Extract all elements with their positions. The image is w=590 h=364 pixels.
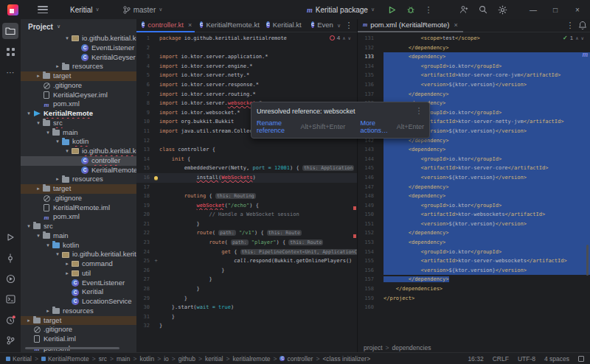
maximize-button[interactable]: □ [547,6,563,14]
tree-item[interactable]: ▸target [21,316,136,326]
close-button[interactable]: × [569,6,586,14]
breadcrumb-item[interactable]: project [364,344,383,351]
caret-position[interactable]: 16:32 [468,355,483,363]
error-stripe-mark[interactable] [353,234,356,238]
code-line[interactable]: 133 <dependency> [358,52,590,62]
tree-item[interactable]: Ccontroller [21,156,136,166]
tab-keritialremote-kt[interactable]: CKeritialRemote.kt [195,19,261,32]
chevron-expanded-icon[interactable]: ▾ [25,109,32,119]
stripe-problems-tool-button[interactable] [2,312,18,328]
indent-setting[interactable]: 4 spaces [544,355,569,363]
close-tab-icon[interactable]: × [454,21,457,29]
code-line[interactable]: 32} [136,321,357,331]
tree-item[interactable]: .gitignore [21,325,136,335]
tree-item[interactable]: mpom.xml [21,99,136,109]
code-line[interactable]: 136 <version>${ktor.version}</version> [358,80,590,90]
code-line[interactable]: 156 <version>${ktor.version}</version> [358,266,590,276]
code-line[interactable]: 158 </dependencies> [358,284,590,294]
tree-item[interactable]: CKeritialGeyser [21,53,136,63]
settings-button[interactable] [496,3,509,16]
code-line[interactable]: 132 </dependency> [358,43,590,53]
code-line[interactable]: 13class controller { [136,145,357,155]
code-line[interactable]: 31 } [136,312,357,322]
inspection-widget-left[interactable]: 4 ∧ ∨ [328,35,353,41]
more-tool-windows-button[interactable]: ⋯ [2,64,18,80]
chevron-collapsed-icon[interactable]: ▸ [54,175,61,184]
chevron-expanded-icon[interactable]: ▾ [54,137,61,147]
notifications-bell-icon[interactable] [578,21,587,30]
tree-item[interactable]: ▾kotlin [21,241,136,251]
run-button[interactable] [385,3,398,16]
chevron-collapsed-icon[interactable]: ▸ [25,316,32,326]
code-line[interactable]: 4import io.ktor.server.engine.* [136,62,357,71]
chevron-expanded-icon[interactable]: ▾ [25,222,32,231]
tab-options-button[interactable]: ⋮ [344,21,354,30]
chevron-collapsed-icon[interactable]: ▸ [35,184,42,194]
tree-item[interactable]: ▾src [21,119,136,128]
tree-item[interactable]: ▸command [21,259,136,269]
breadcrumb-item[interactable]: dependencies [392,344,431,351]
kotlin-editor[interactable]: 4 ∧ ∨ 1package io.github.keritial.keriti… [136,32,357,352]
more-actions-link[interactable]: More actions… [360,119,392,134]
code-line[interactable]: 5import io.ktor.server.netty.* [136,71,357,80]
tree-item[interactable]: ▾main [21,128,136,138]
tab-controller-kt[interactable]: Ccontroller.kt× [136,19,195,32]
line-separator[interactable]: CRLF [493,355,509,363]
chevron-expanded-icon[interactable]: ▾ [44,128,52,138]
tree-item[interactable]: CEventListener [21,279,136,288]
breadcrumb-item[interactable]: KeritialRemote [41,355,89,363]
structure-tool-button[interactable] [2,43,18,60]
code-line[interactable]: 151 <version>${ktor.version}</version> [358,220,590,229]
code-line[interactable]: 131 <scope>test</scope> [358,34,590,43]
tree-item[interactable]: ▸resources [21,62,136,71]
breadcrumb-item[interactable]: Ccontroller [280,355,313,363]
tree-item[interactable]: ▾io.github.keritial.keritial [21,250,136,259]
code-line[interactable]: 7import io.ktor.server.routing.* [136,90,357,99]
code-line[interactable]: 23 route( path: "player") { this: Route [136,238,357,248]
branch-selector[interactable]: master ∨ [119,4,167,16]
stripe-run-tool-button[interactable] [2,229,18,245]
stripe-vcs-tool-button[interactable] [2,332,18,349]
code-line[interactable]: 17 [136,183,357,192]
tab-pom-xml[interactable]: m pom.xml (KeritialRemote) × [358,19,463,32]
code-line[interactable]: 22 route( path: "/v1") { this: Route [136,228,357,238]
tree-item[interactable]: CKeritial [21,287,136,297]
tree-item[interactable]: .gitignore [21,194,136,203]
code-line[interactable]: 134 <groupId>io.ktor</groupId> [358,62,590,71]
tree-item[interactable]: KeritialGeyser.iml [21,91,136,100]
inspection-widget-right[interactable]: ✓ 1 ∧ ∨ [561,35,586,41]
breadcrumb-item[interactable]: github [178,355,195,363]
code-line[interactable]: 143 <dependency> [358,145,590,155]
tree-item[interactable]: CKeritialRemote [21,166,136,175]
project-tool-button[interactable] [2,23,18,39]
breadcrumb-item[interactable]: src [99,355,107,363]
chevron-collapsed-icon[interactable]: ▸ [63,269,71,279]
tree-item[interactable]: ▸target [21,184,136,194]
stripe-terminal-tool-button[interactable] [2,291,18,307]
code-line[interactable]: 2 [136,43,357,53]
tree-item[interactable]: ▸resources [21,175,136,184]
main-menu-button[interactable] [38,6,48,13]
code-line[interactable]: 152 </dependency> [358,228,590,238]
code-line[interactable]: 18 routing { this: Routing [136,192,357,201]
chevron-expanded-icon[interactable]: ▾ [44,241,52,251]
tree-item[interactable]: Keritial.iml [21,335,136,344]
next-error-button[interactable]: ∨ [348,35,351,41]
tree-item[interactable]: ▸util [21,269,136,279]
code-line[interactable]: 29 } [136,294,357,304]
tree-horizontal-scrollbar[interactable] [25,347,119,349]
tree-item[interactable]: ▾kotlin [21,137,136,147]
tree-item[interactable]: KeritialRemote.iml [21,203,136,213]
code-line[interactable]: 28 } [136,284,357,294]
code-line[interactable]: 20 // Handle a WebSocket session [136,210,357,220]
tree-item[interactable]: CLocationService [21,297,136,307]
stripe-commit-tool-button[interactable] [2,250,18,266]
search-everywhere-button[interactable] [476,3,490,16]
code-line[interactable]: 30 }.start(wait = true) [136,303,357,312]
chevron-collapsed-icon[interactable]: ▸ [44,307,52,316]
tree-item[interactable]: CEventListener [21,43,136,53]
tree-item[interactable]: ▾io.github.keritial.keritialre [21,147,136,156]
breadcrumb-item[interactable]: <class initializer> [322,355,370,363]
minimize-button[interactable]: — [525,6,541,14]
tooltip-options-button[interactable]: ⋮ [414,106,424,116]
